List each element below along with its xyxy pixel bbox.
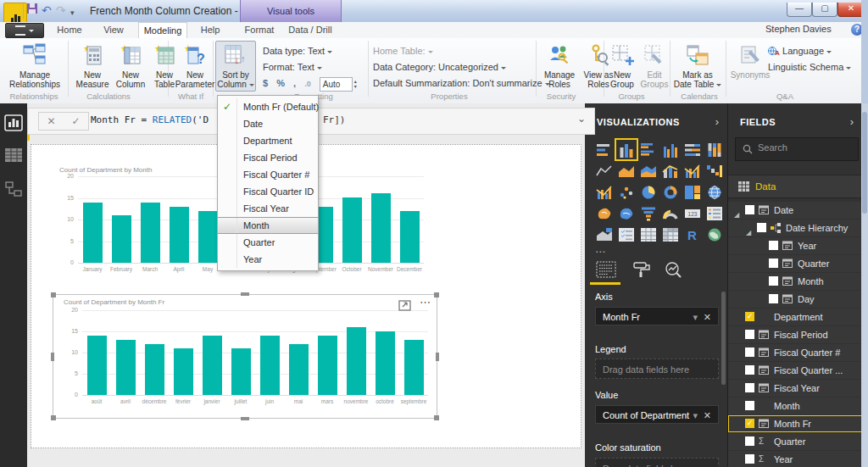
arcgis-map-icon[interactable]	[704, 224, 726, 245]
checkbox[interactable]	[757, 223, 766, 232]
relationships-view-button[interactable]	[4, 180, 23, 198]
shape-map-icon[interactable]	[615, 203, 637, 224]
checkbox[interactable]	[745, 365, 754, 375]
sort-menu-item-date[interactable]: Date	[218, 115, 318, 132]
sort-by-column-button[interactable]: ↓↑ Sort by Column	[215, 41, 256, 92]
sort-menu-item-month[interactable]: Month	[218, 217, 318, 234]
manage-relationships-button[interactable]: Manage Relationships	[7, 42, 63, 89]
pie-chart-icon[interactable]	[637, 181, 659, 203]
stacked-column-chart-icon[interactable]	[615, 139, 637, 160]
checkbox[interactable]	[769, 294, 778, 303]
formula-cancel-icon[interactable]: ✕	[47, 115, 55, 127]
spinner-icon[interactable]: ▴▾	[354, 79, 357, 89]
stacked-bar-chart-icon[interactable]	[593, 139, 615, 160]
window-scrollbar[interactable]	[861, 103, 868, 467]
stacked-area-chart-icon[interactable]	[637, 160, 659, 181]
redo-button[interactable]: ↷	[56, 3, 66, 18]
mark-as-date-table-button[interactable]: Mark as Date Table	[673, 42, 722, 89]
decimal-places-input[interactable]: Auto	[320, 77, 353, 92]
fields-well-tab[interactable]	[592, 261, 620, 280]
bar-April[interactable]	[170, 207, 189, 263]
field-item-month-fr[interactable]: ✓Month Fr	[728, 415, 862, 432]
resize-handle[interactable]	[51, 292, 56, 297]
r-script-visual-icon[interactable]: R	[682, 224, 704, 245]
caret-down-icon[interactable]: ▾	[693, 308, 698, 326]
new-column-button[interactable]: ★ New Column	[113, 42, 148, 89]
slicer-icon[interactable]	[615, 224, 637, 245]
legend-drop-zone[interactable]: Drag data fields here	[595, 359, 719, 379]
bar-March[interactable]	[141, 203, 160, 263]
tab-home[interactable]: Home	[51, 22, 88, 37]
sort-menu-item-department[interactable]: Department	[218, 132, 318, 149]
panel-scrollbar[interactable]	[721, 292, 726, 385]
waterfall-chart-icon[interactable]	[704, 160, 726, 181]
field-item-month[interactable]: Month	[728, 398, 862, 414]
bar-mars[interactable]	[318, 336, 337, 395]
field-item-fiscal-quarter-[interactable]: Fiscal Quarter #	[728, 344, 862, 361]
bar-septembre[interactable]	[404, 340, 424, 395]
multi-row-card-icon[interactable]	[704, 203, 726, 224]
field-item-year[interactable]: ΣYear	[728, 451, 862, 467]
resize-handle[interactable]	[434, 415, 439, 420]
bar-May[interactable]	[198, 211, 218, 263]
search-input[interactable]: Search	[735, 137, 859, 161]
tab-help[interactable]: Help	[192, 22, 229, 37]
value-field-pill[interactable]: Count of Department ▾ ✕	[595, 405, 719, 424]
more-visuals-icon[interactable]: ⋯	[595, 246, 606, 258]
filled-map-icon[interactable]	[593, 203, 615, 224]
line-and-stacked-column-chart-icon[interactable]	[659, 160, 682, 181]
scatter-chart-icon[interactable]	[615, 181, 637, 203]
treemap-icon[interactable]	[682, 181, 704, 203]
bar-February[interactable]	[112, 215, 131, 263]
bar-January[interactable]	[83, 203, 103, 263]
resize-handle[interactable]	[241, 417, 249, 420]
field-item-fiscal-quarter-[interactable]: Fiscal Quarter ...	[728, 362, 862, 379]
tab-format[interactable]: Format	[237, 22, 281, 37]
color-saturation-drop-zone[interactable]: Drag data fields here	[595, 458, 719, 467]
sort-menu-item-month-fr-default-[interactable]: ✓Month Fr (Default)	[218, 98, 318, 115]
checkbox[interactable]	[745, 205, 754, 214]
field-item-month[interactable]: Month	[728, 273, 862, 290]
resize-handle[interactable]	[51, 415, 56, 420]
language-selector[interactable]: A Language	[768, 44, 832, 58]
checkbox[interactable]	[745, 401, 754, 410]
funnel-chart-icon[interactable]	[637, 203, 659, 224]
area-chart-icon[interactable]	[615, 160, 637, 181]
data-view-button[interactable]	[4, 146, 23, 164]
bar-November[interactable]	[371, 193, 391, 263]
kpi-icon[interactable]	[593, 224, 615, 245]
remove-field-icon[interactable]: ✕	[704, 308, 711, 326]
checkbox[interactable]	[769, 241, 778, 250]
bar-janvier[interactable]	[203, 336, 222, 395]
manage-roles-button[interactable]: Manage Roles	[541, 42, 578, 89]
format-tab[interactable]	[627, 261, 656, 280]
more-options-icon[interactable]: ⋯	[420, 296, 431, 309]
collapse-panel-icon[interactable]: ›	[715, 115, 719, 128]
resize-handle[interactable]	[436, 353, 439, 361]
default-summarization-selector[interactable]: Default Summarization: Don't summarize	[373, 76, 550, 91]
table-data[interactable]: Data	[728, 175, 862, 198]
bar-December[interactable]	[400, 211, 420, 263]
sort-menu-item-fiscal-period[interactable]: Fiscal Period	[218, 149, 318, 166]
tab-view[interactable]: View	[95, 22, 132, 37]
currency-button[interactable]: $	[263, 78, 268, 88]
field-item-quarter[interactable]: ΣQuarter	[728, 433, 862, 450]
bar-novembre[interactable]	[347, 327, 366, 395]
field-item-fiscal-year[interactable]: Fiscal Year	[728, 380, 862, 397]
formula-accept-icon[interactable]: ✓	[71, 115, 80, 127]
sort-menu-item-quarter[interactable]: Quarter	[218, 234, 318, 251]
percent-button[interactable]: %	[276, 78, 285, 88]
edit-groups-button[interactable]: Edit Groups	[637, 42, 671, 89]
bar-octobre[interactable]	[376, 331, 395, 395]
field-item-department[interactable]: ✓Department	[728, 309, 862, 325]
checkbox[interactable]	[745, 383, 754, 392]
checkbox[interactable]	[745, 347, 754, 357]
new-measure-button[interactable]: ★ New Measure	[73, 42, 112, 89]
checkbox[interactable]	[769, 276, 778, 286]
analytics-tab[interactable]	[659, 261, 688, 280]
100-stacked-bar-chart-icon[interactable]	[682, 139, 704, 160]
visual-tools-contextual-tab[interactable]: Visual tools	[240, 0, 342, 22]
bar-juillet[interactable]	[231, 348, 251, 395]
bar-février[interactable]	[174, 348, 193, 395]
bar-août[interactable]	[87, 336, 107, 395]
